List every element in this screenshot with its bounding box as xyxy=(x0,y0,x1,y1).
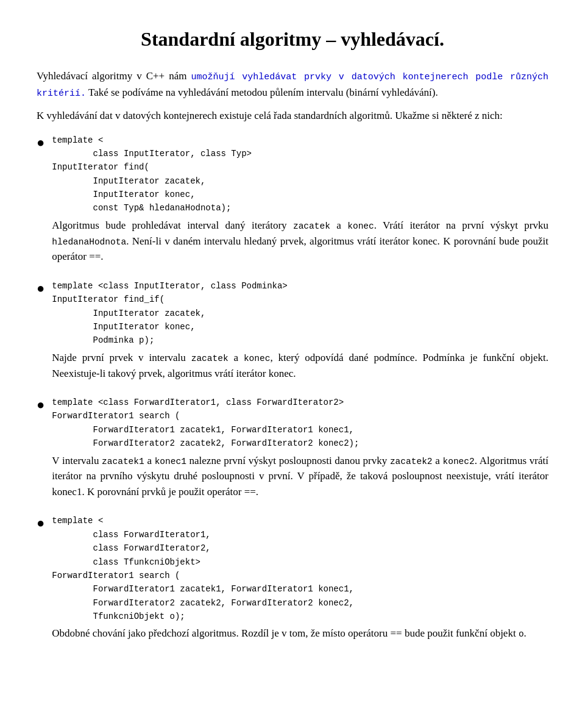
intro-plain-text: Vyhledávací algoritmy v C++ nám xyxy=(37,70,191,82)
bullet-dot-2: ● xyxy=(37,280,44,296)
para2: K vyhledávání dat v datových kontejnerec… xyxy=(37,108,548,124)
algorithm-list: ● template < class InputIterator, class … xyxy=(37,134,548,647)
list-item: ● template < class ForwardIterator1, cla… xyxy=(37,514,548,646)
bullet-dot-1: ● xyxy=(37,135,44,151)
list-item: ● template < class InputIterator, class … xyxy=(37,134,548,269)
prose-search1: V intervalu zacatek1 a konec1 nalezne pr… xyxy=(52,453,548,500)
list-item: ● template <class ForwardIterator1, clas… xyxy=(37,396,548,504)
list-item: ● template <class InputIterator, class P… xyxy=(37,279,548,386)
code-block-find-if: template <class InputIterator, class Pod… xyxy=(52,279,548,348)
prose-find-end: . Vrátí iterátor na první výskyt prvku xyxy=(374,219,548,231)
prose-findif-text1: Najde první prvek v intervalu xyxy=(52,352,191,363)
bullet-content-2: template <class InputIterator, class Pod… xyxy=(52,279,548,386)
prose-search2-code: o xyxy=(519,629,524,639)
prose-findif-code2: konec xyxy=(244,354,271,363)
prose-find-if: Najde první prvek v intervalu zacatek a … xyxy=(52,350,548,381)
prose-find-text1: Algoritmus bude prohledávat interval dan… xyxy=(52,219,293,231)
prose-find: Algoritmus bude prohledávat interval dan… xyxy=(52,218,548,265)
prose-find-code3: hledanaHodnota xyxy=(52,237,126,247)
prose-search1-code4: konec2 xyxy=(442,457,474,466)
prose-search1-start: V intervalu xyxy=(52,455,102,466)
bullet-dot-4: ● xyxy=(37,515,44,531)
prose-search1-mid3: a xyxy=(433,455,443,466)
prose-search1-code2: konec1 xyxy=(155,457,186,466)
prose-search2-text: Obdobné chování jako předchozí algoritmu… xyxy=(52,627,519,639)
prose-search2-end: . xyxy=(524,627,526,639)
prose-find-code2: konec xyxy=(347,221,374,231)
prose-findif-mid: a xyxy=(229,352,244,363)
prose-find-end2: . Není-li v daném intervalu hledaný prve… xyxy=(52,235,548,263)
intro-suffix: Také se podíváme na vyhledávání metodou … xyxy=(86,87,438,98)
bullet-content-3: template <class ForwardIterator1, class … xyxy=(52,396,548,504)
code-block-search2: template < class ForwardIterator1, class… xyxy=(52,514,548,623)
code-block-find: template < class InputIterator, class Ty… xyxy=(52,134,548,215)
prose-search1-mid2: nalezne první výskyt posloupnosti danou … xyxy=(186,455,390,466)
prose-find-mid: a xyxy=(330,219,347,231)
prose-search1-code1: zacatek1 xyxy=(102,457,144,466)
code-block-search1: template <class ForwardIterator1, class … xyxy=(52,396,548,451)
bullet-content-1: template < class InputIterator, class Ty… xyxy=(52,134,548,269)
bullet-content-4: template < class ForwardIterator1, class… xyxy=(52,514,548,646)
page-title: Standardní algoritmy – vyhledávací. xyxy=(37,24,548,54)
prose-search2: Obdobné chování jako předchozí algoritmu… xyxy=(52,626,548,641)
bullet-dot-3: ● xyxy=(37,397,44,413)
intro-paragraph: Vyhledávací algoritmy v C++ nám umožňují… xyxy=(37,68,548,101)
prose-find-code1: zacatek xyxy=(293,221,330,231)
prose-search1-mid1: a xyxy=(144,455,155,466)
prose-search1-code3: zacatek2 xyxy=(390,457,433,466)
prose-findif-code1: zacatek xyxy=(191,354,229,363)
